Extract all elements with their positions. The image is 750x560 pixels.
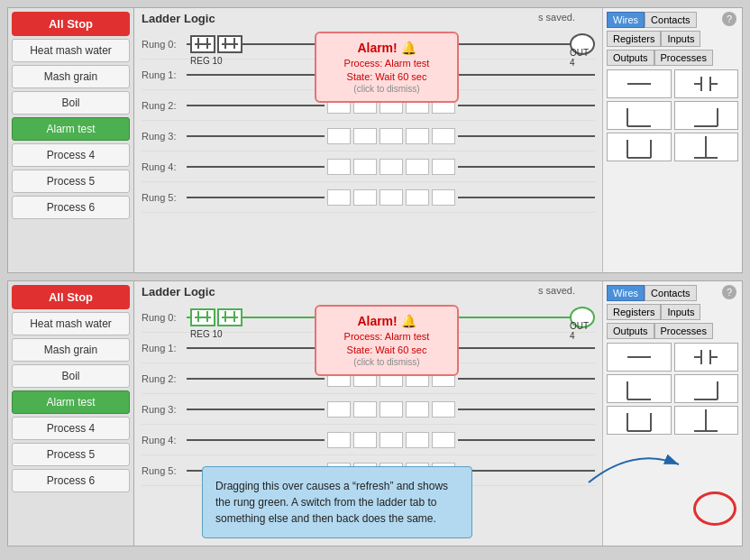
sidebar-item-mash-grain-2[interactable]: Mash grain <box>12 338 130 362</box>
panel-1: All Stop Heat mash water Mash grain Boil… <box>7 7 743 273</box>
bell-icon-2: 🔔 <box>401 314 416 328</box>
rung-row-4-2: Rung 4: <box>142 425 595 455</box>
info-bubble: Dragging this over causes a “refresh” an… <box>202 466 472 538</box>
ladder-header-1: Ladder Logic <box>134 8 602 29</box>
sidebar-item-process5-1[interactable]: Process 5 <box>12 170 130 193</box>
palette-elem-p2-3[interactable] <box>607 374 672 403</box>
tab-inputs-1[interactable]: Inputs <box>661 31 700 47</box>
palette-elem-3[interactable] <box>607 101 672 130</box>
rung0-elem2-2[interactable] <box>217 308 242 326</box>
rung0-elem1-1[interactable] <box>190 35 215 53</box>
rung0-elem1-2[interactable] <box>190 308 215 326</box>
rung-row-3-1: Rung 3: <box>142 121 595 151</box>
palette-elem-5[interactable] <box>607 133 672 161</box>
sidebar-item-heat-mash-2[interactable]: Heat mash water <box>12 312 130 335</box>
sidebar-item-alarm-test-1[interactable]: Alarm test <box>12 117 130 141</box>
alarm-dismiss-2[interactable]: (click to dismiss) <box>329 357 444 367</box>
tab-registers-1[interactable]: Registers <box>607 31 661 47</box>
saved-note-2: s saved. <box>538 285 575 296</box>
main-content-1: s saved. Ladder Logic Alarm! 🔔 Process: … <box>134 8 602 272</box>
help-icon-2[interactable]: ? <box>722 285 736 299</box>
rung-label-3-2: Rung 3: <box>142 404 187 415</box>
sidebar-item-boil-1[interactable]: Boil <box>12 91 130 115</box>
out-label-1: OUT 4 <box>570 48 595 68</box>
tab-bar-row3-1: Outputs Processes <box>607 50 738 66</box>
out-label-2: OUT 4 <box>570 321 595 341</box>
tab-bar-row2-1: Registers Inputs <box>607 31 738 47</box>
bell-icon-1: 🔔 <box>401 41 416 55</box>
palette-elem-p2-6[interactable] <box>674 406 739 435</box>
panel-2: All Stop Heat mash water Mash grain Boil… <box>7 280 743 546</box>
tab-inputs-2[interactable]: Inputs <box>661 304 700 320</box>
rung-row-3-2: Rung 3: <box>142 394 595 425</box>
sidebar-1: All Stop Heat mash water Mash grain Boil… <box>8 8 134 272</box>
alarm-process-2: Process: Alarm test <box>329 331 444 342</box>
palette-elem-4[interactable] <box>674 101 739 130</box>
palette-elem-p2-4[interactable] <box>674 374 739 403</box>
sidebar-item-process5-2[interactable]: Process 5 <box>12 443 130 466</box>
rung-label-3-1: Rung 3: <box>142 131 187 142</box>
rung-label-1-1: Rung 1: <box>142 69 187 80</box>
palette-elem-p2-2[interactable] <box>674 343 739 372</box>
sidebar-item-process4-1[interactable]: Process 4 <box>12 143 130 167</box>
rung-label-5-1: Rung 5: <box>142 192 187 203</box>
alarm-process-1: Process: Alarm test <box>329 58 444 69</box>
tab-bar-row2-2: Registers Inputs <box>607 304 738 320</box>
reg-label-2: REG 10 <box>190 329 223 339</box>
all-stop-button-1[interactable]: All Stop <box>12 12 130 36</box>
tab-processes-2[interactable]: Processes <box>654 323 713 339</box>
rung-label-2-1: Rung 2: <box>142 100 187 111</box>
alarm-dismiss-1[interactable]: (click to dismiss) <box>329 84 444 94</box>
sidebar-item-process6-2[interactable]: Process 6 <box>12 469 130 492</box>
tab-outputs-1[interactable]: Outputs <box>607 50 654 66</box>
tab-wires-1[interactable]: Wires <box>607 12 645 28</box>
palette-elem-2[interactable] <box>674 69 739 98</box>
red-circle-annotation <box>693 491 736 526</box>
alarm-title-2: Alarm! 🔔 <box>329 314 444 328</box>
tab-wires-2[interactable]: Wires <box>607 285 645 301</box>
rung-label-0-2: Rung 0: <box>142 312 187 323</box>
alarm-popup-1[interactable]: Alarm! 🔔 Process: Alarm test State: Wait… <box>315 32 459 103</box>
sidebar-item-process4-2[interactable]: Process 4 <box>12 417 130 440</box>
tab-processes-1[interactable]: Processes <box>654 50 713 66</box>
rung-label-0-1: Rung 0: <box>142 39 187 50</box>
sidebar-item-mash-grain-1[interactable]: Mash grain <box>12 65 130 88</box>
tab-outputs-2[interactable]: Outputs <box>607 323 654 339</box>
all-stop-button-2[interactable]: All Stop <box>12 285 130 309</box>
rung-label-4-1: Rung 4: <box>142 161 187 172</box>
rung-label-4-2: Rung 4: <box>142 435 187 445</box>
sidebar-item-heat-mash-1[interactable]: Heat mash water <box>12 39 130 62</box>
tab-contacts-1[interactable]: Contacts <box>645 12 696 28</box>
tab-bar-row1-1: Wires Contacts <box>607 12 738 28</box>
alarm-popup-2[interactable]: Alarm! 🔔 Process: Alarm test State: Wait… <box>315 305 459 376</box>
tab-contacts-2[interactable]: Contacts <box>645 285 696 301</box>
alarm-state-2: State: Wait 60 sec <box>329 344 444 355</box>
rung-label-1-2: Rung 1: <box>142 343 187 353</box>
element-palette-2 <box>607 343 738 435</box>
palette-elem-6[interactable] <box>674 133 739 161</box>
tab-registers-2[interactable]: Registers <box>607 304 661 320</box>
rung0-elem2-1[interactable] <box>217 35 242 53</box>
tab-bar-row1-2: Wires Contacts <box>607 285 738 301</box>
rung-label-2-2: Rung 2: <box>142 373 187 384</box>
right-panel-1: ? Wires Contacts Registers Inputs Output… <box>602 8 742 272</box>
sidebar-item-process6-1[interactable]: Process 6 <box>12 196 130 219</box>
tab-bar-row3-2: Outputs Processes <box>607 323 738 339</box>
saved-note-1: s saved. <box>538 12 575 23</box>
palette-elem-1[interactable] <box>607 69 672 98</box>
rung-label-5-2: Rung 5: <box>142 465 187 476</box>
alarm-state-1: State: Wait 60 sec <box>329 71 444 82</box>
palette-elem-p2-1[interactable] <box>607 343 672 372</box>
palette-elem-p2-5[interactable] <box>607 406 672 435</box>
ladder-header-2: Ladder Logic <box>134 281 602 302</box>
rung-row-5-1: Rung 5: <box>142 182 595 213</box>
rung-row-4-1: Rung 4: <box>142 151 595 182</box>
sidebar-item-alarm-test-2[interactable]: Alarm test <box>12 390 130 414</box>
alarm-title-1: Alarm! 🔔 <box>329 41 444 55</box>
reg-label-1: REG 10 <box>190 56 223 66</box>
sidebar-2: All Stop Heat mash water Mash grain Boil… <box>8 281 134 546</box>
help-icon-1[interactable]: ? <box>722 12 736 26</box>
element-palette-1 <box>607 69 738 161</box>
right-panel-2: ? Wires Contacts Registers Inputs Output… <box>602 281 742 546</box>
sidebar-item-boil-2[interactable]: Boil <box>12 364 130 388</box>
